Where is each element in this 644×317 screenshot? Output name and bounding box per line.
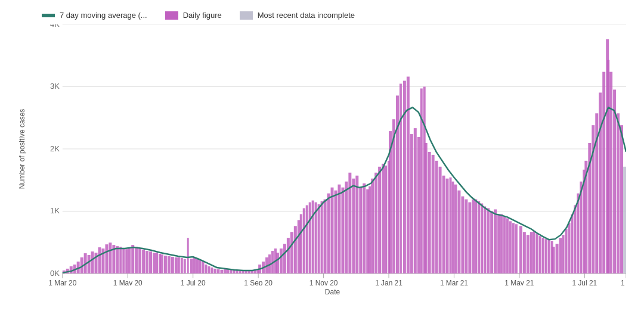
- svg-text:1 Jan 21: 1 Jan 21: [375, 279, 402, 285]
- svg-rect-160: [388, 161, 390, 274]
- svg-rect-158: [369, 187, 371, 274]
- svg-rect-2: [240, 11, 253, 20]
- svg-rect-132: [205, 265, 208, 274]
- svg-rect-168: [484, 206, 486, 273]
- svg-rect-179: [545, 239, 547, 274]
- svg-rect-106: [530, 232, 533, 274]
- svg-rect-126: [159, 254, 161, 274]
- svg-rect-122: [119, 247, 122, 274]
- svg-rect-181: [551, 241, 553, 274]
- svg-rect-79: [396, 95, 399, 273]
- legend-label-daily: Daily figure: [183, 11, 222, 20]
- svg-rect-29: [116, 246, 119, 274]
- svg-rect-153: [309, 202, 311, 273]
- svg-rect-170: [503, 216, 506, 274]
- svg-text:1 S: 1 S: [621, 279, 626, 285]
- svg-rect-104: [523, 232, 526, 274]
- svg-text:0K: 0K: [50, 269, 60, 278]
- svg-rect-16: [70, 266, 73, 274]
- svg-rect-75: [378, 167, 381, 274]
- svg-rect-105: [527, 235, 530, 274]
- main-chart: 0K 1K 2K 3K 4K: [39, 24, 626, 285]
- svg-rect-118: [613, 89, 616, 273]
- svg-rect-74: [374, 173, 377, 274]
- svg-rect-76: [382, 164, 385, 274]
- svg-rect-58: [294, 226, 297, 274]
- svg-text:1 Mar 21: 1 Mar 21: [440, 279, 468, 285]
- svg-rect-185: [571, 214, 573, 273]
- svg-rect-62: [331, 188, 334, 274]
- svg-rect-136: [227, 269, 229, 274]
- svg-rect-87: [428, 152, 431, 274]
- svg-rect-128: [181, 258, 183, 274]
- svg-rect-138: [233, 271, 235, 274]
- svg-rect-139: [236, 271, 238, 274]
- svg-rect-83: [410, 134, 413, 274]
- y-axis-label: Number of positive cases: [18, 108, 27, 189]
- svg-rect-177: [539, 236, 541, 274]
- svg-rect-150: [300, 214, 302, 273]
- svg-rect-84: [414, 128, 417, 274]
- svg-text:1 Mar 20: 1 Mar 20: [48, 279, 76, 285]
- svg-rect-98: [472, 200, 475, 274]
- svg-rect-127: [178, 257, 180, 274]
- svg-rect-159: [385, 166, 387, 274]
- svg-rect-154: [312, 200, 314, 273]
- svg-rect-47: [216, 269, 219, 274]
- svg-rect-26: [105, 244, 108, 274]
- svg-rect-97: [468, 202, 471, 273]
- svg-rect-81: [403, 81, 406, 274]
- svg-rect-165: [475, 200, 477, 274]
- svg-rect-121: [623, 167, 626, 274]
- svg-rect-129: [184, 259, 186, 274]
- svg-rect-71: [363, 184, 366, 274]
- svg-rect-82: [407, 77, 410, 274]
- legend-item-moving-avg: 7 day moving average (...: [42, 11, 147, 20]
- svg-rect-186: [574, 205, 576, 273]
- chart-area: Number of positive cases 0K 1K 2K 3K 4K: [6, 24, 632, 297]
- svg-rect-183: [565, 229, 568, 274]
- svg-rect-55: [283, 244, 286, 274]
- svg-text:4K: 4K: [50, 24, 60, 29]
- svg-rect-99: [487, 208, 490, 273]
- svg-rect-119: [617, 113, 620, 274]
- svg-rect-0: [42, 14, 55, 17]
- svg-text:1K: 1K: [50, 206, 60, 215]
- svg-rect-156: [318, 204, 320, 273]
- svg-rect-40: [168, 256, 171, 274]
- svg-rect-70: [359, 188, 362, 274]
- svg-rect-172: [509, 221, 512, 274]
- svg-rect-69: [355, 176, 358, 274]
- svg-rect-173: [512, 223, 515, 274]
- svg-rect-108: [556, 244, 559, 274]
- svg-rect-117: [609, 72, 612, 274]
- svg-rect-164: [451, 182, 454, 274]
- svg-rect-43: [193, 257, 196, 274]
- x-axis-label: Date: [325, 288, 340, 296]
- svg-rect-166: [478, 201, 480, 273]
- svg-rect-1: [165, 11, 178, 20]
- svg-rect-141: [242, 271, 244, 274]
- svg-rect-34: [142, 250, 145, 274]
- svg-rect-85: [417, 137, 420, 274]
- legend-label-moving-avg: 7 day moving average (...: [60, 11, 147, 20]
- svg-rect-184: [568, 223, 570, 274]
- svg-rect-30: [128, 248, 131, 274]
- svg-rect-73: [371, 179, 374, 274]
- svg-rect-60: [324, 200, 327, 274]
- chart-legend: 7 day moving average (... Daily figure M…: [6, 6, 632, 24]
- svg-rect-114: [599, 92, 602, 273]
- legend-item-incomplete: Most recent data incomplete: [240, 11, 355, 20]
- svg-rect-171: [506, 218, 509, 274]
- svg-rect-80: [400, 83, 402, 273]
- svg-text:1 May 20: 1 May 20: [113, 279, 143, 285]
- svg-rect-94: [457, 191, 460, 274]
- svg-rect-48: [220, 270, 223, 274]
- daily-figure-icon: [165, 11, 178, 20]
- svg-rect-180: [548, 240, 550, 274]
- svg-rect-142: [244, 271, 247, 274]
- svg-rect-123: [122, 248, 125, 274]
- svg-rect-93: [454, 185, 457, 274]
- svg-text:2K: 2K: [50, 144, 60, 153]
- svg-rect-90: [439, 167, 442, 274]
